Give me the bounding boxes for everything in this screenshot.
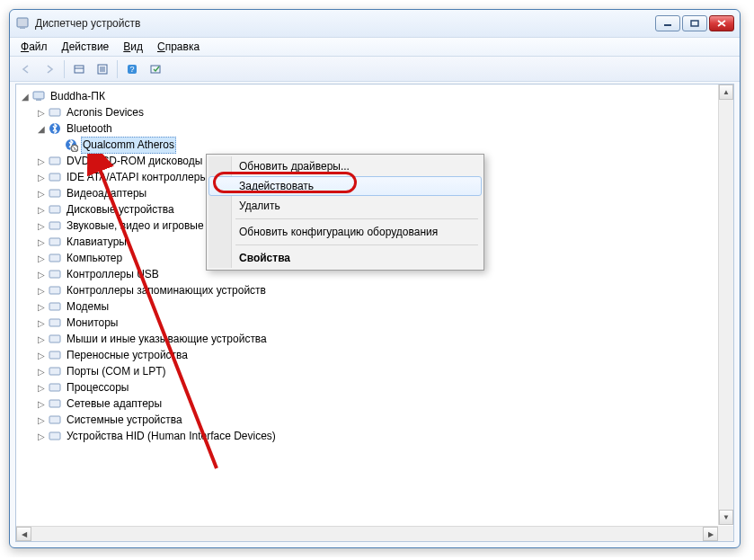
tree-item-storage[interactable]: ▷Контроллеры запоминающих устройств	[20, 282, 728, 298]
maximize-button[interactable]	[682, 15, 707, 31]
tree-node-label: IDE ATA/ATAPI контроллеры	[65, 170, 209, 185]
tree-node-label: Bluetooth	[65, 121, 114, 137]
device-manager-window: Диспетчер устройств Файл Действие Вид Сп…	[9, 9, 741, 548]
svg-rect-26	[49, 238, 60, 245]
toolbar: ?	[10, 57, 740, 82]
generic-icon	[48, 299, 62, 314]
svg-rect-24	[49, 206, 60, 213]
tree-node-label: Устройства HID (Human Interface Devices)	[65, 429, 278, 444]
tree-item-network[interactable]: ▷Сетевые адаптеры	[20, 396, 728, 412]
generic-icon	[48, 105, 62, 120]
generic-icon	[48, 154, 62, 168]
horizontal-scrollbar[interactable]: ◀ ▶	[16, 526, 718, 541]
expand-toggle-icon[interactable]: ▷	[36, 105, 47, 120]
tree-item-bluetooth-device[interactable]: ↓Qualcomm Atheros	[20, 137, 728, 153]
svg-rect-32	[49, 335, 60, 342]
expand-toggle-icon[interactable]: ▷	[36, 267, 47, 282]
scroll-down-icon[interactable]: ▼	[719, 510, 733, 525]
tree-item-bluetooth[interactable]: ◢Bluetooth	[20, 120, 728, 137]
context-enable[interactable]: Задействовать	[208, 176, 482, 196]
tree-item-ports[interactable]: ▷Порты (COM и LPT)	[20, 363, 728, 379]
context-menu: Обновить драйверы... Задействовать Удали…	[206, 154, 484, 271]
generic-icon	[48, 283, 62, 298]
expand-toggle-icon[interactable]: ▷	[36, 380, 47, 396]
help-button[interactable]: ?	[121, 59, 143, 79]
expand-toggle-icon[interactable]: ▷	[36, 364, 47, 379]
pc-icon	[31, 89, 46, 103]
expand-toggle-icon[interactable]: ▷	[36, 316, 47, 331]
tree-item-cpu[interactable]: ▷Процессоры	[20, 379, 728, 396]
expand-toggle-icon[interactable]: ▷	[36, 235, 47, 250]
tree-node-label: Переносные устройства	[65, 348, 190, 363]
generic-icon	[48, 267, 62, 281]
svg-rect-4	[75, 66, 84, 73]
generic-icon	[48, 380, 62, 395]
menu-help[interactable]: Справка	[152, 39, 205, 55]
scroll-right-icon[interactable]: ▶	[703, 527, 718, 541]
device-tree-panel: ◢Buddha-ПК▷Acronis Devices◢Bluetooth↓Qua…	[15, 84, 734, 542]
svg-rect-28	[49, 271, 60, 278]
expand-toggle-icon[interactable]: ▷	[36, 299, 47, 315]
menu-view[interactable]: Вид	[118, 39, 148, 55]
expand-toggle-icon[interactable]: ▷	[36, 396, 47, 412]
svg-rect-36	[49, 400, 60, 407]
expand-toggle-icon[interactable]: ▷	[36, 186, 47, 201]
tree-item-acronis[interactable]: ▷Acronis Devices	[20, 104, 728, 120]
expand-toggle-icon[interactable]: ◢	[36, 121, 47, 137]
svg-rect-0	[17, 18, 28, 27]
tree-node-label: Контроллеры USB	[65, 267, 161, 282]
back-button[interactable]	[15, 59, 37, 79]
scroll-up-icon[interactable]: ▲	[719, 84, 733, 100]
tree-node-label: Сетевые адаптеры	[65, 396, 164, 412]
expand-toggle-icon[interactable]: ▷	[36, 283, 47, 298]
show-hidden-button[interactable]	[68, 59, 90, 79]
tree-node-label: Клавиатуры	[65, 235, 129, 250]
context-properties[interactable]: Свойства	[208, 248, 482, 268]
svg-rect-2	[664, 24, 671, 26]
context-scan-hardware[interactable]: Обновить конфигурацию оборудования	[208, 222, 482, 242]
generic-icon	[48, 170, 62, 184]
svg-text:?: ?	[129, 65, 134, 74]
expand-toggle-icon[interactable]: ▷	[36, 332, 47, 347]
generic-icon	[48, 186, 62, 200]
expand-toggle-icon[interactable]: ▷	[36, 413, 47, 428]
tree-node-label: Buddha-ПК	[49, 89, 107, 104]
minimize-button[interactable]	[655, 15, 680, 31]
generic-icon	[48, 413, 62, 427]
expand-toggle-icon[interactable]: ▷	[36, 218, 47, 234]
context-delete[interactable]: Удалить	[208, 196, 482, 216]
tree-root[interactable]: ◢Buddha-ПК	[20, 88, 728, 104]
expand-toggle-icon[interactable]: ▷	[36, 348, 47, 363]
app-icon	[15, 16, 30, 31]
context-update-drivers[interactable]: Обновить драйверы...	[208, 156, 482, 176]
generic-icon	[48, 218, 62, 233]
tree-item-system[interactable]: ▷Системные устройства	[20, 412, 728, 428]
properties-button[interactable]	[92, 59, 113, 79]
tree-item-mouse[interactable]: ▷Мыши и иные указывающие устройства	[20, 331, 728, 347]
svg-rect-14	[36, 99, 41, 101]
expand-toggle-icon[interactable]: ▷	[36, 170, 47, 185]
expand-toggle-icon[interactable]: ▷	[36, 154, 47, 169]
svg-rect-30	[49, 303, 60, 310]
tree-item-monitor[interactable]: ▷Мониторы	[20, 315, 728, 331]
menu-file[interactable]: Файл	[15, 39, 53, 55]
tree-node-label: Acronis Devices	[65, 105, 146, 120]
close-button[interactable]	[709, 15, 734, 31]
tree-item-hid[interactable]: ▷Устройства HID (Human Interface Devices…	[20, 428, 728, 444]
menu-action[interactable]: Действие	[57, 39, 115, 55]
vertical-scrollbar[interactable]: ▲ ▼	[718, 84, 733, 525]
scan-button[interactable]	[145, 59, 166, 79]
tree-item-modem[interactable]: ▷Модемы	[20, 298, 728, 315]
expand-toggle-icon[interactable]: ▷	[36, 429, 47, 444]
svg-rect-15	[49, 109, 60, 116]
svg-rect-27	[49, 254, 60, 262]
svg-rect-29	[49, 287, 60, 294]
tree-item-portable[interactable]: ▷Переносные устройства	[20, 347, 728, 363]
expand-toggle-icon[interactable]: ◢	[20, 89, 31, 104]
menubar: Файл Действие Вид Справка	[10, 37, 740, 57]
forward-button[interactable]	[39, 59, 60, 79]
expand-toggle-icon[interactable]: ▷	[36, 202, 47, 218]
scroll-left-icon[interactable]: ◀	[16, 527, 31, 541]
expand-toggle-icon[interactable]: ▷	[36, 251, 47, 266]
titlebar[interactable]: Диспетчер устройств	[10, 10, 740, 37]
